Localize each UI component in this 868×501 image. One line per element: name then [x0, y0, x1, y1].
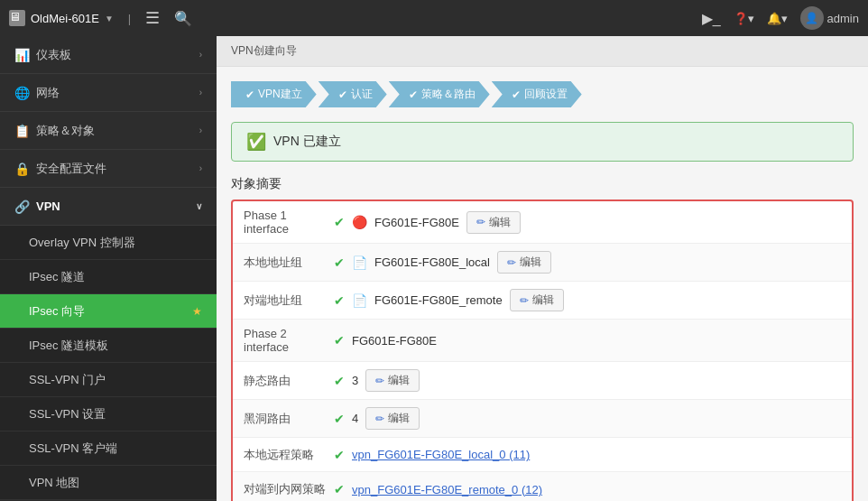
check-green-icon: ✔	[334, 374, 345, 388]
topbar-left: 🖥 OldMei-601E ▼ | ☰ 🔍	[9, 8, 192, 28]
remote-policy-content: ✔ vpn_FG601E-FG80E_remote_0 (12)	[334, 482, 841, 496]
step-4-label: 回顾设置	[524, 87, 568, 102]
blue-doc-icon: 📄	[352, 255, 367, 270]
device-name: OldMei-601E	[31, 12, 99, 25]
sidebar-item-ssl-settings[interactable]: SSL-VPN 设置	[0, 397, 217, 431]
summary-section: 对象摘要 Phase 1 interface ✔ 🔴 FG601E-FG80E …	[231, 176, 854, 501]
phase1-edit-button[interactable]: ✏ 编辑	[466, 211, 521, 234]
wizard-step-4: ✔ 回顾设置	[492, 81, 582, 107]
local-policy-content: ✔ vpn_FG601E-FG80E_local_0 (11)	[334, 448, 841, 462]
help-icon[interactable]: ❓▾	[734, 12, 754, 25]
blackhole-label: 黑洞路由	[244, 411, 334, 427]
step-3-label: 策略＆路由	[421, 87, 476, 102]
static-route-label: 静态路由	[244, 373, 334, 389]
sidebar-label-security: 安全配置文件	[36, 161, 106, 177]
network-icon: 🌐	[14, 86, 29, 100]
sidebar-label-ipsec-wizard: IPsec 向导	[29, 303, 85, 320]
sidebar-item-ipsec-wizard[interactable]: IPsec 向导 ★	[0, 294, 217, 329]
pencil-icon: ✏	[507, 256, 516, 269]
check-icon: ✔	[409, 88, 418, 101]
check-green-icon: ✔	[334, 255, 345, 270]
remote-policy-link[interactable]: vpn_FG601E-FG80E_remote_0 (12)	[352, 483, 542, 496]
pencil-icon: ✏	[520, 294, 529, 307]
sidebar-label-ipsec-tunnel: IPsec 隧道	[29, 269, 85, 285]
terminal-icon[interactable]: ▶_	[702, 10, 721, 27]
summary-table: Phase 1 interface ✔ 🔴 FG601E-FG80E ✏ 编辑	[231, 199, 854, 501]
check-icon: ✔	[245, 88, 254, 101]
user-menu[interactable]: 👤 admin	[800, 6, 859, 30]
local-policy-label: 本地远程策略	[244, 447, 334, 463]
sidebar-item-network[interactable]: 🌐 网络 ›	[0, 74, 217, 112]
chevron-right-icon: ›	[199, 88, 202, 97]
phase1-value: FG601E-FG80E	[374, 216, 459, 229]
static-route-edit-button[interactable]: ✏ 编辑	[365, 369, 420, 392]
dashboard-icon: 📊	[14, 48, 29, 62]
sidebar-label-policy: 策略＆对象	[36, 123, 95, 139]
summary-row-static-route: 静态路由 ✔ 3 ✏ 编辑	[233, 362, 852, 400]
content-area: ✔ VPN建立 ✔ 认证 ✔ 策略＆路由 ✔ 回顾设置 ✅	[217, 67, 868, 501]
policy-icon: 📋	[14, 124, 29, 138]
vpn-icon: 🔗	[14, 199, 29, 214]
remote-addr-label: 对端地址组	[244, 292, 334, 309]
blue-doc-icon: 📄	[352, 293, 367, 308]
bell-icon[interactable]: 🔔▾	[767, 12, 788, 25]
summary-row-blackhole: 黑洞路由 ✔ 4 ✏ 编辑	[233, 400, 852, 438]
phase2-content: ✔ FG601E-FG80E	[334, 333, 841, 348]
wizard-step-1: ✔ VPN建立	[231, 81, 317, 107]
phase2-label: Phase 2 interface	[244, 327, 334, 354]
device-chevron-icon: ▼	[105, 14, 114, 23]
sidebar-item-ssl-portal[interactable]: SSL-VPN 门户	[0, 363, 217, 397]
pencil-icon: ✏	[476, 216, 485, 228]
check-icon: ✔	[338, 88, 347, 101]
success-icon: ✅	[246, 132, 266, 152]
remote-addr-edit-button[interactable]: ✏ 编辑	[510, 289, 564, 311]
device-logo[interactable]: 🖥 OldMei-601E ▼	[9, 10, 114, 26]
hamburger-icon[interactable]: ☰	[145, 8, 160, 28]
step-1-label: VPN建立	[258, 87, 302, 102]
remote-addr-content: ✔ 📄 FG601E-FG80E_remote ✏ 编辑	[334, 289, 841, 311]
sidebar-label-network: 网络	[36, 85, 60, 101]
success-message: VPN 已建立	[273, 134, 341, 150]
pencil-icon: ✏	[375, 413, 384, 425]
remote-policy-label: 对端到内网策略	[244, 481, 334, 497]
sidebar-item-security[interactable]: 🔒 安全配置文件 ›	[0, 150, 217, 188]
check-green-icon: ✔	[334, 482, 345, 496]
vpn-submenu: Overlay VPN 控制器 IPsec 隧道 IPsec 向导 ★ IPse…	[0, 226, 217, 500]
sidebar-item-ssl-client[interactable]: SSL-VPN 客户端	[0, 431, 217, 466]
sidebar-label-ssl-client: SSL-VPN 客户端	[29, 441, 117, 457]
local-addr-edit-button[interactable]: ✏ 编辑	[497, 251, 551, 274]
sidebar-item-dashboard[interactable]: 📊 仪表板 ›	[0, 36, 217, 74]
layout: 📊 仪表板 › 🌐 网络 › 📋 策略＆对象 › 🔒 安全配置文件	[0, 36, 868, 501]
local-addr-content: ✔ 📄 FG601E-FG80E_local ✏ 编辑	[334, 251, 841, 274]
red-circle-icon: 🔴	[352, 215, 367, 229]
sidebar-item-overlay[interactable]: Overlay VPN 控制器	[0, 226, 217, 260]
summary-title: 对象摘要	[231, 176, 854, 192]
local-policy-link[interactable]: vpn_FG601E-FG80E_local_0 (11)	[352, 448, 530, 461]
sidebar-item-ipsec-template[interactable]: IPsec 隧道模板	[0, 329, 217, 363]
phase1-content: ✔ 🔴 FG601E-FG80E ✏ 编辑	[334, 211, 841, 234]
local-addr-label: 本地地址组	[244, 255, 334, 271]
sidebar-label-ssl-portal: SSL-VPN 门户	[29, 372, 106, 388]
sidebar: 📊 仪表板 › 🌐 网络 › 📋 策略＆对象 › 🔒 安全配置文件	[0, 36, 217, 501]
blackhole-content: ✔ 4 ✏ 编辑	[334, 407, 841, 430]
chevron-down-icon: ∨	[196, 201, 202, 211]
sidebar-label-dashboard: 仪表板	[36, 47, 71, 63]
phase2-value: FG601E-FG80E	[352, 334, 437, 348]
sidebar-item-policy[interactable]: 📋 策略＆对象 ›	[0, 112, 217, 150]
main-content: VPN创建向导 ✔ VPN建立 ✔ 认证 ✔ 策略＆路由 ✔ 回顾	[217, 36, 868, 501]
static-route-content: ✔ 3 ✏ 编辑	[334, 369, 841, 392]
sidebar-item-vpn-map[interactable]: VPN 地图	[0, 466, 217, 500]
sidebar-label-overlay: Overlay VPN 控制器	[29, 235, 135, 251]
check-green-icon: ✔	[334, 215, 345, 229]
sidebar-item-vpn[interactable]: 🔗 VPN ∨	[0, 188, 217, 226]
check-green-icon: ✔	[334, 293, 345, 308]
blackhole-edit-button[interactable]: ✏ 编辑	[365, 407, 420, 430]
sidebar-label-vpn: VPN	[36, 199, 60, 213]
sidebar-item-ipsec-tunnel[interactable]: IPsec 隧道	[0, 260, 217, 294]
summary-row-remote-addr: 对端地址组 ✔ 📄 FG601E-FG80E_remote ✏ 编辑	[233, 282, 852, 320]
success-box: ✅ VPN 已建立	[231, 122, 854, 162]
user-label: admin	[827, 12, 859, 25]
sidebar-label-ipsec-template: IPsec 隧道模板	[29, 338, 108, 354]
search-icon[interactable]: 🔍	[174, 10, 192, 27]
sidebar-label-ssl-settings: SSL-VPN 设置	[29, 406, 106, 422]
